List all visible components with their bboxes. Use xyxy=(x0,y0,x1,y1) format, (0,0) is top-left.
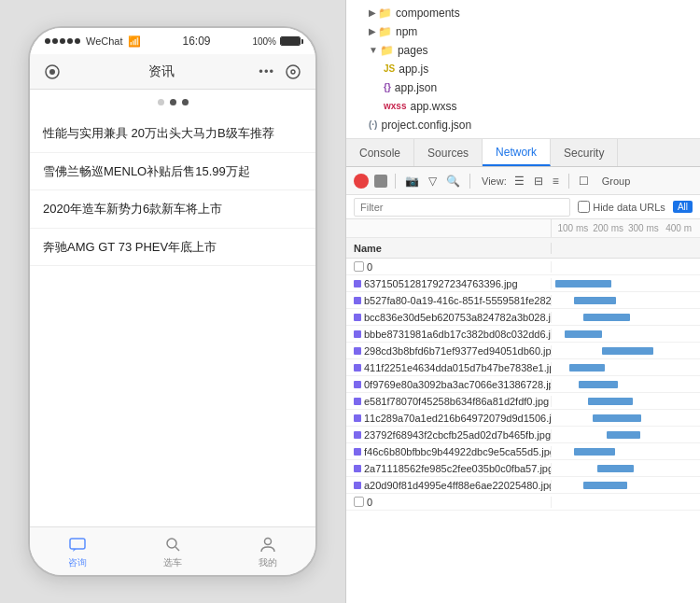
record-button[interactable] xyxy=(354,174,369,189)
user-icon xyxy=(258,534,278,554)
tree-item-compoments[interactable]: ▶ 📁 compoments xyxy=(346,4,700,22)
carousel-dot-1 xyxy=(158,99,164,105)
tree-item-appjson[interactable]: {} app.json xyxy=(346,78,700,97)
row-name-0: 0 xyxy=(346,261,552,273)
news-item-2[interactable]: 雪佛兰畅巡MENLO补贴后售15.99万起 xyxy=(30,153,315,191)
table-row[interactable]: 411f2251e4634dda015d7b47be7838e1.jpg xyxy=(346,359,700,376)
nav-more-icon[interactable]: ••• xyxy=(259,64,274,78)
signal-dots xyxy=(45,38,80,44)
folder-icon-pages: 📁 xyxy=(380,42,394,59)
nav-back-icon[interactable] xyxy=(41,61,63,83)
bottom-nav-search-label: 选车 xyxy=(163,556,182,569)
row-name-6: 411f2251e4634dda015d7b47be7838e1.jpg xyxy=(346,362,552,373)
tree-item-appwxss[interactable]: wxss app.wxss xyxy=(346,97,700,116)
table-row[interactable]: f46c6b80bfbbc9b44922dbc9e5ca55d5.jpg xyxy=(346,443,700,460)
devtools-tabs: Console Sources Network Security xyxy=(346,139,700,167)
svg-point-2 xyxy=(287,65,300,78)
row-checkbox-0[interactable] xyxy=(354,261,364,272)
signal-dot-1 xyxy=(45,38,50,44)
news-item-4[interactable]: 奔驰AMG GT 73 PHEV年底上市 xyxy=(30,229,315,267)
view-waterfall-icon[interactable]: ≡ xyxy=(551,175,561,188)
news-item-1[interactable]: 性能与实用兼具 20万出头大马力B级车推荐 xyxy=(30,115,315,153)
hide-urls-text: Hide data URLs xyxy=(593,202,665,213)
devtools-panel: ▶ 📁 compoments ▶ 📁 npm ▼ 📁 pages JS app.… xyxy=(345,0,700,603)
search-network-icon[interactable]: 🔍 xyxy=(444,175,462,188)
signal-dot-2 xyxy=(52,38,58,44)
tab-sources[interactable]: Sources xyxy=(414,139,483,166)
battery-pct: 100% xyxy=(252,36,276,47)
file-dot-5 xyxy=(354,347,361,355)
tree-item-npm[interactable]: ▶ 📁 npm xyxy=(346,22,700,41)
phone-content: 性能与实用兼具 20万出头大马力B级车推荐 雪佛兰畅巡MENLO补贴后售15.9… xyxy=(30,90,315,526)
tree-label-appwxss: app.wxss xyxy=(410,98,456,115)
row-checkbox-14[interactable] xyxy=(354,497,364,507)
tab-console[interactable]: Console xyxy=(346,139,414,166)
all-filter-button[interactable]: All xyxy=(673,201,693,213)
row-name-1: 637150512817927234763396.jpg xyxy=(346,278,552,289)
table-row[interactable]: bbbe8731981a6db17c382bd08c032dd6.jpg xyxy=(346,326,700,343)
bottom-nav-user-label: 我的 xyxy=(259,556,277,569)
view-list-icon[interactable]: ☰ xyxy=(512,175,526,188)
tree-label-pages: pages xyxy=(398,42,428,59)
bottom-nav-user[interactable]: 我的 xyxy=(220,527,315,575)
table-row[interactable]: 0 xyxy=(346,259,700,275)
json-badge: {} xyxy=(384,79,391,96)
tree-item-pages[interactable]: ▼ 📁 pages xyxy=(346,41,700,60)
tree-item-projectconfig[interactable]: (·) project.config.json xyxy=(346,116,700,134)
filter-icon[interactable]: ▽ xyxy=(427,175,439,188)
table-row[interactable]: a20d90f81d4995e4ff88e6ae22025480.jpg xyxy=(346,477,700,494)
tab-security[interactable]: Security xyxy=(551,139,618,166)
nav-settings-icon[interactable] xyxy=(282,61,304,83)
table-row[interactable]: 0f9769e80a3092ba3ac7066e31386728.jpg xyxy=(346,376,700,393)
tick-400ms: 400 m xyxy=(661,223,696,233)
battery-icon xyxy=(280,36,301,46)
svg-point-1 xyxy=(49,69,55,75)
checkbox-group-icon: ☐ xyxy=(577,175,591,188)
row-name-8: e581f78070f45258b634f86a81d2fdf0.jpg xyxy=(346,396,552,407)
file-dot-10 xyxy=(354,431,361,439)
bottom-nav-chat[interactable]: 咨询 xyxy=(30,527,125,575)
tree-item-appjs[interactable]: JS app.js xyxy=(346,60,700,78)
arrow-compoments: ▶ xyxy=(369,5,376,21)
table-row[interactable]: e581f78070f45258b634f86a81d2fdf0.jpg xyxy=(346,393,700,410)
group-button[interactable]: Group xyxy=(596,175,637,187)
table-row[interactable]: 0 xyxy=(346,494,700,511)
arrow-npm: ▶ xyxy=(369,23,376,40)
table-row[interactable]: 2a71118562fe985c2fee035b0c0fba57.jpg xyxy=(346,460,700,477)
table-row[interactable]: 637150512817927234763396.jpg xyxy=(346,275,700,292)
row-name-2: b527fa80-0a19-416c-851f-5559581fe282.jpg xyxy=(346,295,552,306)
tick-200ms: 200 ms xyxy=(591,223,626,233)
hide-urls-checkbox[interactable] xyxy=(578,201,590,213)
row-name-14: 0 xyxy=(346,497,552,508)
table-row[interactable]: 298cd3b8bfd6b71ef9377ed94051db60.jpg xyxy=(346,343,700,359)
file-dot-3 xyxy=(354,314,361,321)
tick-100ms: 100 ms xyxy=(555,223,591,233)
tab-network[interactable]: Network xyxy=(483,139,551,166)
timeline-name-col xyxy=(346,219,552,237)
nav-title: 资讯 xyxy=(148,63,175,80)
file-dot-2 xyxy=(354,297,361,304)
timeline-row: 100 ms 200 ms 300 ms 400 m xyxy=(346,219,700,238)
table-row[interactable]: 11c289a70a1ed216b64972079d9d1506.jpg xyxy=(346,410,700,427)
camera-icon[interactable]: 📷 xyxy=(403,175,421,188)
stop-button[interactable] xyxy=(374,175,387,188)
toolbar-sep-3 xyxy=(568,174,569,189)
view-grid-icon[interactable]: ⊟ xyxy=(532,175,545,188)
filter-row: Hide data URLs All xyxy=(346,195,700,219)
carrier-label: WeChat xyxy=(86,35,123,47)
name-column-header: Name xyxy=(346,243,552,254)
table-row[interactable]: bcc836e30d5eb620753a824782a3b028.jpg xyxy=(346,309,700,326)
news-item-3[interactable]: 2020年造车新势力6款新车将上市 xyxy=(30,190,315,229)
wxss-badge: wxss xyxy=(384,98,406,115)
file-dot-7 xyxy=(354,381,361,388)
file-dot-1 xyxy=(354,280,361,287)
file-dot-12 xyxy=(354,465,361,472)
toolbar-sep-1 xyxy=(395,174,396,189)
tree-label-npm: npm xyxy=(396,23,417,40)
toolbar-sep-2 xyxy=(469,174,470,189)
bottom-nav-search[interactable]: 选车 xyxy=(125,527,220,575)
table-row[interactable]: b527fa80-0a19-416c-851f-5559581fe282.jpg xyxy=(346,292,700,309)
table-row[interactable]: 23792f68943f2cbcfb25ad02d7b465fb.jpg xyxy=(346,427,700,443)
carousel-dot-3 xyxy=(182,99,189,105)
filter-input[interactable] xyxy=(354,198,570,217)
